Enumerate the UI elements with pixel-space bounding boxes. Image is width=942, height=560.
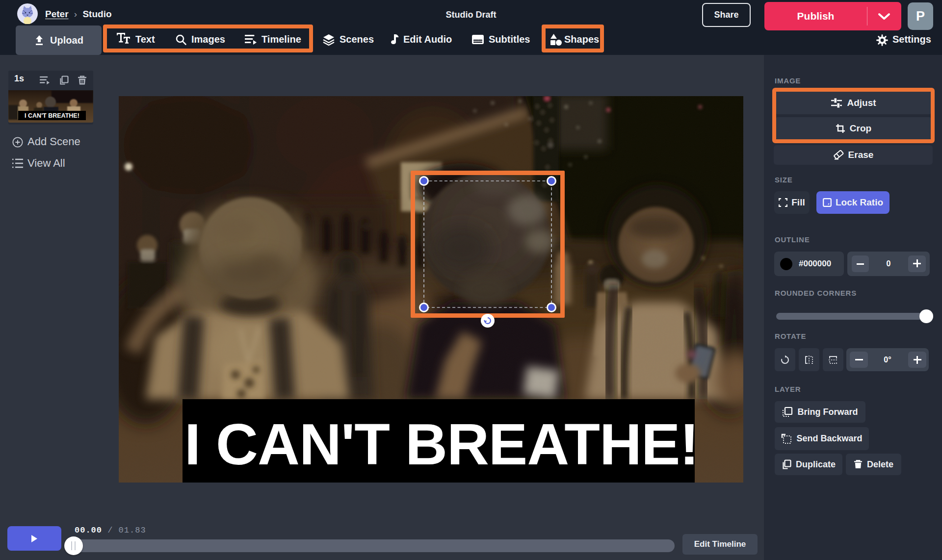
svg-text:I CAN'T BREATHE!: I CAN'T BREATHE! (184, 411, 699, 477)
